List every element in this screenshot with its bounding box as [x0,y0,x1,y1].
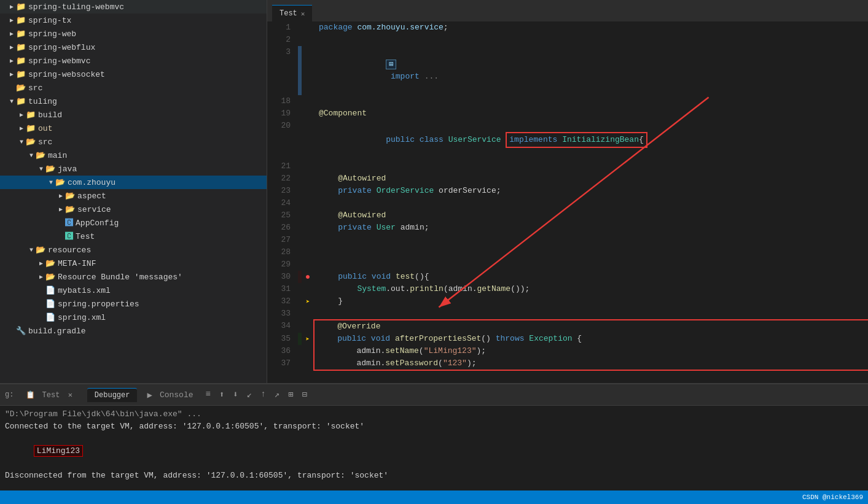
console-tab-label: Console [160,390,194,400]
console-line-3: LiMing123 [5,433,863,470]
sidebar-item-spring-tuling-webmvc[interactable]: ▶ 📁 spring-tuling-webmvc [0,0,267,14]
status-bar: CSDN @nickel369 [0,490,868,504]
sidebar-item-service[interactable]: ▶ 📂 service [0,203,267,216]
bottom-tab-debugger[interactable]: Debugger [87,388,138,402]
toolbar-step-icon[interactable]: ↙ [244,388,254,402]
code-table: 1 package com.zhouyu.service; 2 3 [267,21,868,371]
sidebar-item-appconfig[interactable]: ▶ 🅲 AppConfig [0,216,267,230]
toolbar-menu-icon[interactable]: ≡ [203,388,213,402]
sidebar-item-label: spring-web [28,29,76,39]
sidebar-item-build-gradle[interactable]: ▶ 🔧 build.gradle [0,324,267,338]
code-line-3: 3 ⊞ import ... [267,46,868,95]
sidebar-item-java[interactable]: ▼ 📂 java [0,162,267,176]
close-tab-button[interactable]: ✕ [301,10,305,18]
bottom-tab-test[interactable]: 📋 Test ✕ [18,388,79,402]
toolbar-step2-icon[interactable]: ↑ [258,388,268,402]
console-tab-icon[interactable]: ▶ [144,389,154,401]
code-line-26: 26 private User admin; [267,222,868,234]
toolbar-grid-icon[interactable]: ⊞ [286,388,295,402]
sidebar-item-spring-web[interactable]: ▶ 📁 spring-web [0,27,267,41]
code-line-34: 34 @Override [267,320,868,333]
bottom-toolbar: Debugger ▶ Console ≡ ⬆ ⬇ ↙ ↑ ↗ ⊞ ⊟ [87,388,310,402]
sidebar-item-resource-bundle[interactable]: ▶ 📂 Resource Bundle 'messages' [0,270,267,284]
console-line-4: Disconnected from the target VM, address… [5,470,863,482]
arrow-icon: ▶ [10,71,14,78]
sidebar-item-out[interactable]: ▶ 📁 out [0,122,267,135]
debugger-tab-label: Debugger [95,391,130,400]
arrow-icon: ▼ [49,179,53,186]
code-line-21: 21 [267,160,868,173]
folder-icon: 📂 [26,137,36,147]
toolbar-down-icon[interactable]: ⬇ [230,388,240,402]
sidebar-item-label: spring-webflux [28,43,95,52]
folder-icon: 📂 [36,150,45,160]
sidebar-item-main[interactable]: ▼ 📂 main [0,149,267,162]
sidebar-item-build[interactable]: ▶ 📁 build [0,108,267,122]
sidebar-item-label: build.gradle [28,327,86,336]
sidebar-item-tuling[interactable]: ▼ 📁 tuling [0,95,267,108]
code-line-31: 31 System.out.println(admin.getName()); [267,283,868,295]
sidebar-item-label: aspect [77,192,106,201]
arrow-icon: ▼ [29,247,33,254]
sidebar-item-meta-inf[interactable]: ▶ 📂 META-INF [0,257,267,270]
arrow-icon: ▼ [29,152,33,159]
sidebar-item-spring-websocket[interactable]: ▶ 📁 spring-websocket [0,68,267,81]
sidebar-item-mybatis-xml[interactable]: ▶ 📄 mybatis.xml [0,284,267,297]
folder-icon: 📂 [45,258,55,268]
sidebar-item-label: Resource Bundle 'messages' [58,273,182,282]
editor-tab-test[interactable]: Test ✕ [272,5,312,21]
code-line-37: 37 admin.setPassword("123"); [267,357,868,370]
sidebar-item-label: out [38,124,52,133]
toolbar-step3-icon[interactable]: ↗ [272,388,282,402]
sidebar-item-label: spring-tuling-webmvc [28,2,124,12]
folder-icon: 📂 [45,164,55,174]
arrow-icon: ▶ [39,260,43,267]
sidebar-item-label: AppConfig [76,219,119,228]
sidebar-item-com-zhouyu[interactable]: ▼ 📂 com.zhouyu [0,176,267,189]
code-line-28: 28 [267,246,868,258]
sidebar-item-resources[interactable]: ▼ 📂 resources [0,243,267,257]
code-line-2: 2 [267,34,868,46]
sidebar-item-spring-xml[interactable]: ▶ 📄 spring.xml [0,311,267,324]
bottom-tab-test-label: Test [42,391,60,400]
arrow-icon: ▶ [59,206,63,213]
toolbar-up-icon[interactable]: ⬆ [217,388,227,402]
code-line-19: 19 @Component [267,107,868,120]
code-editor[interactable]: 1 package com.zhouyu.service; 2 3 [267,21,868,383]
arrow-icon: ▶ [10,44,14,51]
toolbar-split-icon[interactable]: ⊟ [300,388,310,402]
sidebar-item-label: service [77,205,111,214]
folder-icon: 📁 [16,15,26,25]
folder-icon: 📂 [65,191,75,201]
console-line-2: Connected to the target VM, address: '12… [5,421,863,433]
sidebar-item-src-main[interactable]: ▼ 📂 src [0,135,267,149]
sidebar-item-label: Test [76,232,95,241]
sidebar-item-test[interactable]: ▶ 🅲 Test [0,230,267,243]
sidebar-item-aspect[interactable]: ▶ 📂 aspect [0,189,267,203]
arrow-icon: ▶ [20,125,23,132]
sidebar-item-label: spring-tx [28,16,71,25]
folder-icon: 📂 [16,83,26,93]
tab-label: Test [280,9,297,18]
folder-icon: 📁 [26,123,36,133]
code-line-33: 33 [267,308,868,320]
folder-icon: 📁 [16,56,26,66]
arrow-icon: ▶ [10,57,14,64]
sidebar-item-spring-tx[interactable]: ▶ 📁 spring-tx [0,14,267,27]
arrow-icon: ▶ [10,17,14,24]
code-line-23: 23 private OrderService orderService; [267,185,868,197]
editor-tab-bar: Test ✕ [267,0,868,21]
close-bottom-tab[interactable]: ✕ [68,391,72,400]
arrow-icon: ▼ [20,139,23,145]
console-output: "D:\Program File\jdk\64\bin\java.exe" ..… [0,406,868,490]
code-line-35: 35 ➤ public void afterPropertiesSet() th… [267,333,868,345]
code-line-30: 30 ● public void test(){ [267,271,868,283]
file-icon: 🅲 [65,219,73,228]
sidebar-item-label: com.zhouyu [68,178,115,187]
sidebar-item-spring-properties[interactable]: ▶ 📄 spring.properties [0,297,267,311]
file-icon: 📄 [45,299,55,309]
code-line-27: 27 [267,234,868,246]
sidebar-item-src[interactable]: ▶ 📂 src [0,81,267,95]
sidebar-item-spring-webflux[interactable]: ▶ 📁 spring-webflux [0,41,267,54]
sidebar-item-spring-webmvc[interactable]: ▶ 📁 spring-webmvc [0,54,267,68]
